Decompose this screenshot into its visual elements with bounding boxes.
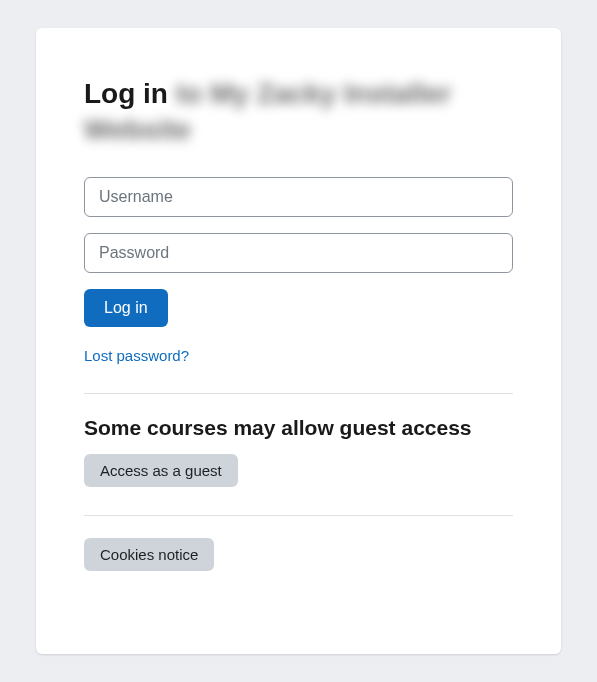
page-title: Log in to My Zacky Installer Website [84,76,513,149]
username-input[interactable] [84,177,513,217]
heading-prefix: Log in [84,78,168,109]
divider [84,515,513,516]
password-input[interactable] [84,233,513,273]
login-button[interactable]: Log in [84,289,168,327]
lost-password-link[interactable]: Lost password? [84,347,189,364]
guest-access-button[interactable]: Access as a guest [84,454,238,487]
login-card: Log in to My Zacky Installer Website Log… [36,28,561,654]
guest-heading: Some courses may allow guest access [84,416,513,440]
divider [84,393,513,394]
cookies-notice-button[interactable]: Cookies notice [84,538,214,571]
